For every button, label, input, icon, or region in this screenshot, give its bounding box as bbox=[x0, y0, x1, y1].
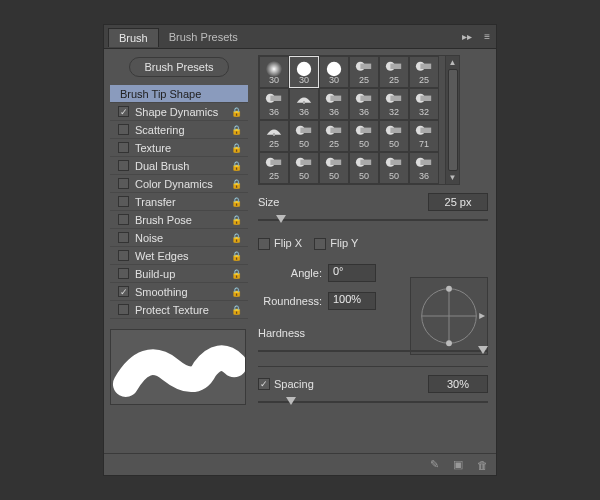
option-checkbox[interactable] bbox=[118, 304, 129, 315]
option-shape-dynamics[interactable]: Shape Dynamics🔒 bbox=[110, 103, 248, 121]
option-texture[interactable]: Texture🔒 bbox=[110, 139, 248, 157]
option-checkbox[interactable] bbox=[118, 142, 129, 153]
tab-brush[interactable]: Brush bbox=[108, 28, 159, 47]
svg-rect-36 bbox=[330, 159, 341, 164]
option-noise[interactable]: Noise🔒 bbox=[110, 229, 248, 247]
spacing-checkbox[interactable] bbox=[258, 378, 270, 390]
lock-icon[interactable]: 🔒 bbox=[231, 215, 242, 225]
brush-tip-cell[interactable]: 71 bbox=[409, 120, 439, 152]
scroll-up-icon[interactable]: ▲ bbox=[449, 58, 457, 67]
svg-rect-20 bbox=[273, 132, 275, 136]
brush-tip-cell[interactable]: 50 bbox=[289, 120, 319, 152]
tab-brush-presets[interactable]: Brush Presets bbox=[159, 28, 248, 46]
option-checkbox[interactable] bbox=[118, 124, 129, 135]
lock-icon[interactable]: 🔒 bbox=[231, 197, 242, 207]
option-dual-brush[interactable]: Dual Brush🔒 bbox=[110, 157, 248, 175]
brush-tip-cell[interactable]: 36 bbox=[409, 152, 439, 184]
trash-icon[interactable]: 🗑 bbox=[477, 459, 488, 471]
brush-tip-icon bbox=[415, 124, 433, 138]
lock-icon[interactable]: 🔒 bbox=[231, 269, 242, 279]
lock-icon[interactable]: 🔒 bbox=[231, 179, 242, 189]
option-checkbox[interactable] bbox=[118, 214, 129, 225]
brush-tip-cell[interactable]: 36 bbox=[289, 88, 319, 120]
option-wet-edges[interactable]: Wet Edges🔒 bbox=[110, 247, 248, 265]
brush-tip-icon bbox=[415, 92, 433, 106]
lock-icon[interactable]: 🔒 bbox=[231, 161, 242, 171]
option-brush-pose[interactable]: Brush Pose🔒 bbox=[110, 211, 248, 229]
lock-icon[interactable]: 🔒 bbox=[231, 287, 242, 297]
brush-tip-cell[interactable]: 25 bbox=[319, 120, 349, 152]
option-checkbox[interactable] bbox=[118, 268, 129, 279]
option-transfer[interactable]: Transfer🔒 bbox=[110, 193, 248, 211]
brush-tip-size: 25 bbox=[269, 139, 279, 149]
flip-y-checkbox[interactable] bbox=[314, 238, 326, 250]
brush-tip-cell[interactable]: 25 bbox=[259, 120, 289, 152]
brush-tip-cell[interactable]: 50 bbox=[349, 152, 379, 184]
brush-tip-grid: 3030302525253636363632322550255050712550… bbox=[258, 55, 446, 185]
option-label: Transfer bbox=[135, 196, 176, 208]
brush-presets-button[interactable]: Brush Presets bbox=[129, 57, 229, 77]
angle-input[interactable]: 0° bbox=[328, 264, 376, 282]
brush-tip-cell[interactable]: 50 bbox=[379, 120, 409, 152]
brush-tip-cell[interactable]: 25 bbox=[349, 56, 379, 88]
option-checkbox[interactable] bbox=[118, 106, 129, 117]
brush-tip-cell[interactable]: 50 bbox=[379, 152, 409, 184]
option-build-up[interactable]: Build-up🔒 bbox=[110, 265, 248, 283]
size-value[interactable]: 25 px bbox=[428, 193, 488, 211]
option-checkbox[interactable] bbox=[118, 250, 129, 261]
lock-icon[interactable]: 🔒 bbox=[231, 305, 242, 315]
brush-tip-cell[interactable]: 30 bbox=[259, 56, 289, 88]
option-checkbox[interactable] bbox=[118, 286, 129, 297]
brush-tip-cell[interactable]: 36 bbox=[349, 88, 379, 120]
brush-panel: Brush Brush Presets ▸▸ ≡ Brush Presets B… bbox=[103, 24, 497, 476]
svg-rect-34 bbox=[300, 159, 311, 164]
brush-tip-size: 50 bbox=[359, 139, 369, 149]
collapse-icon[interactable]: ▸▸ bbox=[456, 31, 478, 42]
option-checkbox[interactable] bbox=[118, 178, 129, 189]
flip-x-checkbox[interactable] bbox=[258, 238, 270, 250]
option-brush-tip-shape[interactable]: Brush Tip Shape bbox=[110, 85, 248, 103]
brush-tip-cell[interactable]: 32 bbox=[409, 88, 439, 120]
size-slider[interactable] bbox=[258, 213, 488, 227]
brush-tip-size: 36 bbox=[359, 107, 369, 117]
grid-scrollbar[interactable]: ▲ ▼ bbox=[446, 55, 460, 185]
lock-icon[interactable]: 🔒 bbox=[231, 107, 242, 117]
lock-icon[interactable]: 🔒 bbox=[231, 233, 242, 243]
option-color-dynamics[interactable]: Color Dynamics🔒 bbox=[110, 175, 248, 193]
option-scattering[interactable]: Scattering🔒 bbox=[110, 121, 248, 139]
scroll-down-icon[interactable]: ▼ bbox=[449, 173, 457, 182]
lock-icon[interactable]: 🔒 bbox=[231, 125, 242, 135]
option-checkbox[interactable] bbox=[118, 196, 129, 207]
option-protect-texture[interactable]: Protect Texture🔒 bbox=[110, 301, 248, 319]
brush-tip-cell[interactable]: 30 bbox=[289, 56, 319, 88]
spacing-value[interactable]: 30% bbox=[428, 375, 488, 393]
panel-menu-icon[interactable]: ≡ bbox=[478, 31, 496, 42]
brush-tip-cell[interactable]: 50 bbox=[289, 152, 319, 184]
scroll-thumb[interactable] bbox=[448, 69, 458, 171]
lock-icon[interactable]: 🔒 bbox=[231, 143, 242, 153]
brush-tip-cell[interactable]: 25 bbox=[409, 56, 439, 88]
roundness-input[interactable]: 100% bbox=[328, 292, 376, 310]
brush-tip-cell[interactable]: 32 bbox=[379, 88, 409, 120]
lock-icon[interactable]: 🔒 bbox=[231, 251, 242, 261]
toggle-preview-icon[interactable]: ✎ bbox=[430, 458, 439, 471]
brush-tip-cell[interactable]: 25 bbox=[259, 152, 289, 184]
tab-bar: Brush Brush Presets ▸▸ ≡ bbox=[104, 25, 496, 49]
brush-tip-cell[interactable]: 25 bbox=[379, 56, 409, 88]
brush-tip-cell[interactable]: 36 bbox=[319, 88, 349, 120]
hardness-label: Hardness bbox=[258, 327, 305, 339]
option-checkbox[interactable] bbox=[118, 232, 129, 243]
brush-tip-cell[interactable]: 30 bbox=[319, 56, 349, 88]
option-smoothing[interactable]: Smoothing🔒 bbox=[110, 283, 248, 301]
option-checkbox[interactable] bbox=[118, 160, 129, 171]
brush-tip-cell[interactable]: 50 bbox=[319, 152, 349, 184]
spacing-slider[interactable] bbox=[258, 395, 488, 409]
brush-tip-size: 50 bbox=[389, 171, 399, 181]
brush-tip-cell[interactable]: 50 bbox=[349, 120, 379, 152]
brush-tip-size: 50 bbox=[299, 171, 309, 181]
new-brush-icon[interactable]: ▣ bbox=[453, 458, 463, 471]
hardness-slider[interactable] bbox=[258, 344, 488, 358]
svg-marker-48 bbox=[479, 313, 485, 319]
brush-tip-cell[interactable]: 36 bbox=[259, 88, 289, 120]
svg-rect-15 bbox=[360, 95, 371, 100]
